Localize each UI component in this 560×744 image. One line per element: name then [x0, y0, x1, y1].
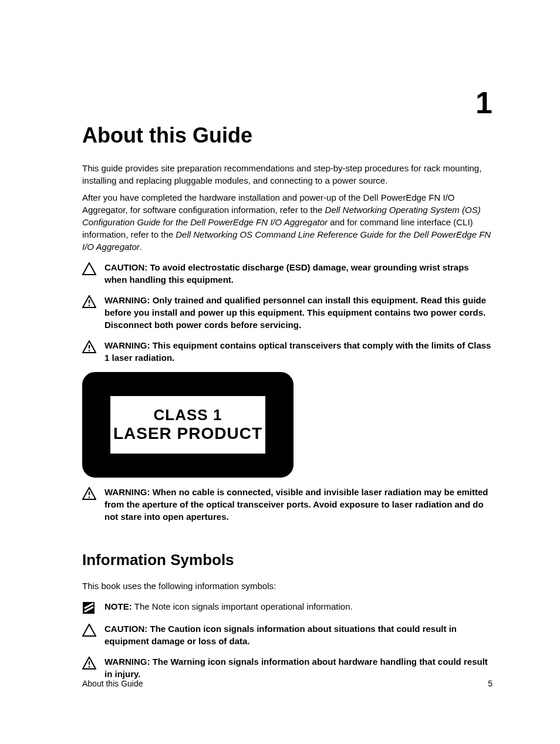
warning-text: WARNING: Only trained and qualified pers…	[104, 294, 492, 331]
warning-text: WARNING: The Warning icon signals inform…	[104, 655, 492, 680]
footer-title: About this Guide	[82, 679, 143, 688]
chapter-number: 1	[475, 85, 492, 120]
warning-block: WARNING: This equipment contains optical…	[82, 339, 492, 364]
warning-icon	[82, 487, 99, 500]
note-prefix: NOTE:	[104, 601, 134, 611]
caution-block: CAUTION: The Caution icon signals inform…	[82, 623, 492, 647]
warning-text: WARNING: This equipment contains optical…	[104, 339, 492, 364]
page-title: About this Guide	[82, 123, 492, 148]
caution-icon	[82, 262, 99, 275]
page-footer: About this Guide 5	[82, 679, 492, 688]
page-number: 5	[488, 679, 492, 688]
caution-icon	[82, 624, 99, 637]
intro-paragraph-2: After you have completed the hardware in…	[82, 191, 492, 253]
note-text: NOTE: The Note icon signals important op…	[104, 600, 353, 613]
caution-text: CAUTION: The Caution icon signals inform…	[104, 623, 492, 647]
intro-text: .	[140, 242, 142, 252]
note-icon	[82, 601, 99, 614]
document-page: 1 About this Guide This guide provides s…	[0, 0, 560, 744]
svg-point-5	[89, 496, 90, 498]
warning-text: WARNING: When no cable is connected, vis…	[104, 486, 492, 523]
laser-line-2: LASER PRODUCT	[113, 424, 262, 443]
warning-icon	[82, 340, 99, 353]
caution-block: CAUTION: To avoid electrostatic discharg…	[82, 261, 492, 286]
laser-line-1: CLASS 1	[154, 406, 222, 424]
svg-point-7	[89, 666, 90, 668]
svg-point-1	[89, 305, 90, 306]
note-body: The Note icon signals important operatio…	[134, 601, 353, 611]
section-title: Information Symbols	[82, 551, 492, 569]
laser-label-frame: CLASS 1 LASER PRODUCT	[89, 378, 287, 471]
svg-point-3	[89, 350, 90, 351]
warning-icon	[82, 295, 99, 308]
intro-paragraph-1: This guide provides site preparation rec…	[82, 162, 492, 187]
note-block: NOTE: The Note icon signals important op…	[82, 600, 492, 614]
caution-text: CAUTION: To avoid electrostatic discharg…	[104, 261, 492, 286]
warning-block: WARNING: When no cable is connected, vis…	[82, 486, 492, 523]
warning-block: WARNING: Only trained and qualified pers…	[82, 294, 492, 331]
section-intro: This book uses the following information…	[82, 580, 492, 592]
laser-product-label: CLASS 1 LASER PRODUCT	[82, 372, 294, 478]
laser-text-box: CLASS 1 LASER PRODUCT	[110, 396, 265, 454]
warning-block: WARNING: The Warning icon signals inform…	[82, 655, 492, 680]
warning-icon	[82, 657, 99, 669]
